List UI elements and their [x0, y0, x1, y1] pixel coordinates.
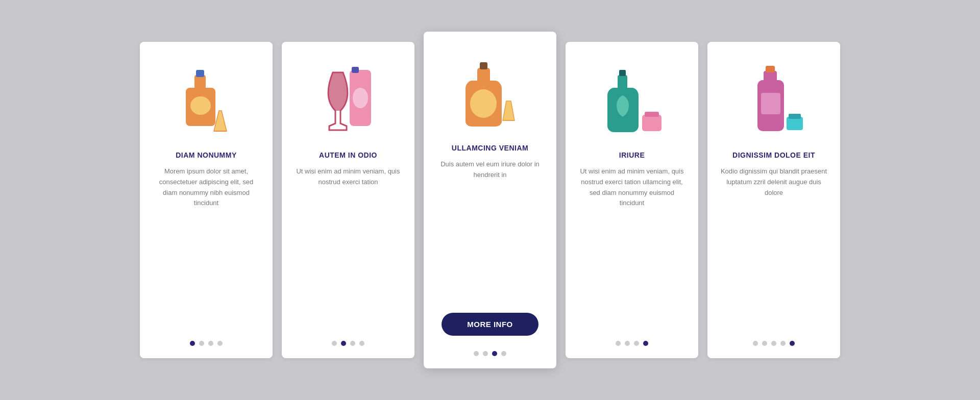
card-5-title: DIGNISSIM DOLOE EIT [732, 151, 815, 159]
cards-container: DIAM NONUMMY Morem ipsum dolor sit amet,… [0, 11, 980, 389]
dot-active [492, 351, 497, 356]
card-5-icon [733, 57, 815, 139]
dot [762, 341, 767, 346]
card-1-dots [190, 341, 223, 346]
dot [780, 341, 786, 346]
svg-rect-19 [761, 93, 780, 114]
dot [616, 341, 621, 346]
card-3-title: ULLAMCING VENIAM [452, 144, 528, 152]
card-3: ULLAMCING VENIAM Duis autem vel eum iriu… [424, 32, 556, 368]
svg-rect-8 [477, 68, 490, 83]
card-4-title: IRIURE [619, 151, 645, 159]
dot [483, 351, 488, 356]
svg-point-3 [190, 96, 211, 115]
card-3-dots [474, 351, 506, 356]
card-1-icon [165, 57, 247, 139]
dot [771, 341, 776, 346]
svg-rect-14 [642, 115, 662, 131]
dot-active [341, 341, 346, 346]
dot [501, 351, 506, 356]
card-4-dots [616, 341, 648, 346]
dot [199, 341, 204, 346]
card-2-text: Ut wisi enim ad minim veniam, quis nostr… [294, 166, 402, 331]
dot [359, 341, 364, 346]
dot [753, 341, 758, 346]
svg-rect-1 [194, 75, 206, 90]
card-3-icon [449, 50, 531, 132]
dot [332, 341, 337, 346]
svg-rect-13 [619, 70, 626, 76]
svg-rect-17 [764, 71, 777, 82]
card-1-title: DIAM NONUMMY [176, 151, 237, 159]
dot-active [643, 341, 648, 346]
svg-rect-21 [789, 114, 801, 119]
card-4-icon [591, 57, 673, 139]
card-2: AUTEM IN ODIO Ut wisi enim ad minim veni… [282, 42, 414, 358]
card-2-title: AUTEM IN ODIO [319, 151, 377, 159]
dot-active [790, 341, 795, 346]
svg-rect-12 [618, 75, 627, 89]
card-1: DIAM NONUMMY Morem ipsum dolor sit amet,… [140, 42, 273, 358]
dot [350, 341, 355, 346]
card-4: IRIURE Ut wisi enim ad minim veniam, qui… [566, 42, 698, 358]
svg-rect-2 [196, 70, 204, 77]
dot [217, 341, 223, 346]
card-4-text: Ut wisi enim ad minim veniam, quis nostr… [578, 166, 686, 331]
svg-point-10 [470, 89, 497, 118]
card-5-dots [753, 341, 795, 346]
more-info-button[interactable]: MORE INFO [442, 313, 538, 336]
dot [474, 351, 479, 356]
card-5: DIGNISSIM DOLOE EIT Kodio dignissim qui … [707, 42, 840, 358]
card-5-text: Kodio dignissim qui blandit praesent lup… [720, 166, 828, 331]
dot [634, 341, 639, 346]
card-2-icon [307, 57, 389, 139]
svg-rect-15 [645, 112, 659, 117]
svg-point-7 [353, 88, 368, 108]
card-2-dots [332, 341, 364, 346]
svg-rect-9 [480, 62, 487, 69]
card-1-text: Morem ipsum dolor sit amet, consectetuer… [152, 166, 260, 331]
dot [625, 341, 630, 346]
dot [208, 341, 213, 346]
card-3-text: Duis autem vel eum iriure dolor in hendr… [436, 159, 544, 304]
svg-rect-6 [352, 67, 359, 73]
svg-rect-18 [766, 66, 775, 72]
dot-active [190, 341, 195, 346]
